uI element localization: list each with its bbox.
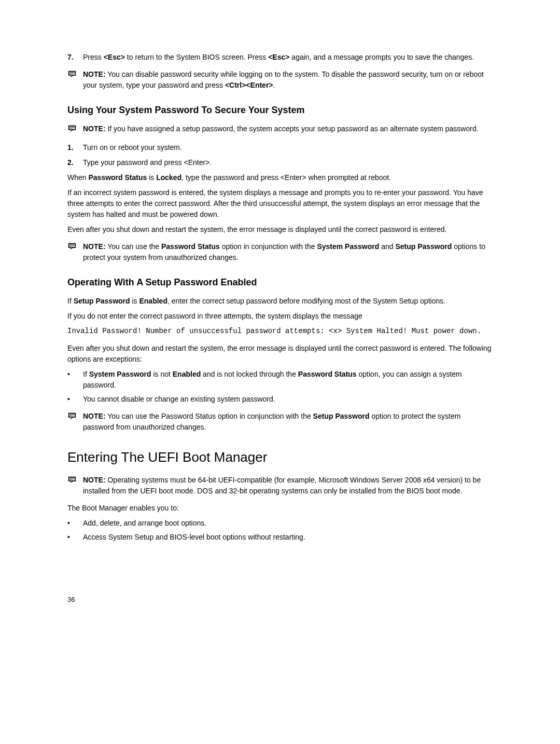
code-invalid-password: Invalid Password! Number of unsuccessful… bbox=[67, 326, 493, 337]
para-error-persists: Even after you shut down and restart the… bbox=[67, 224, 493, 235]
note-uefi-compatible: NOTE: Operating systems must be 64-bit U… bbox=[67, 475, 493, 497]
page-number: 36 bbox=[67, 595, 493, 605]
bullet-content: If System Password is not Enabled and is… bbox=[83, 369, 493, 391]
step-1: 1. Turn on or reboot your system. bbox=[67, 142, 493, 153]
para-boot-manager: The Boot Manager enables you to: bbox=[67, 503, 493, 514]
bullet-char: • bbox=[67, 369, 83, 391]
bullet-char: • bbox=[67, 394, 83, 405]
note-disable-password: NOTE: You can disable password security … bbox=[67, 69, 493, 91]
bullet-content: Add, delete, and arrange boot options. bbox=[83, 518, 206, 529]
bullet-content: You cannot disable or change an existing… bbox=[83, 394, 275, 405]
bullet-add-delete: • Add, delete, and arrange boot options. bbox=[67, 518, 493, 529]
note-text: NOTE: You can use the Password Status op… bbox=[83, 411, 493, 433]
bullet-system-password-enabled: • If System Password is not Enabled and … bbox=[67, 369, 493, 391]
para-password-locked: When Password Status is Locked, type the… bbox=[67, 172, 493, 183]
note-text: NOTE: You can use the Password Status op… bbox=[83, 241, 493, 263]
note-icon bbox=[67, 411, 83, 423]
step-number: 1. bbox=[67, 142, 83, 153]
bullet-char: • bbox=[67, 532, 83, 543]
step-content: Turn on or reboot your system. bbox=[83, 142, 493, 153]
bullet-content: Access System Setup and BIOS-level boot … bbox=[83, 532, 305, 543]
note-password-status-option: NOTE: You can use the Password Status op… bbox=[67, 241, 493, 263]
para-exceptions: Even after you shut down and restart the… bbox=[67, 343, 493, 365]
step-7: 7. Press <Esc> to return to the System B… bbox=[67, 52, 493, 63]
step-content: Type your password and press <Enter>. bbox=[83, 157, 493, 168]
para-three-attempts: If you do not enter the correct password… bbox=[67, 311, 493, 322]
para-setup-enabled: If Setup Password is Enabled, enter the … bbox=[67, 296, 493, 307]
note-icon bbox=[67, 475, 83, 487]
para-incorrect-password: If an incorrect system password is enter… bbox=[67, 187, 493, 220]
note-text: NOTE: You can disable password security … bbox=[83, 69, 493, 91]
step-number: 7. bbox=[67, 52, 83, 63]
step-2: 2. Type your password and press <Enter>. bbox=[67, 157, 493, 168]
heading-operating-setup-password: Operating With A Setup Password Enabled bbox=[67, 275, 493, 290]
bullet-char: • bbox=[67, 518, 83, 529]
heading-using-password: Using Your System Password To Secure You… bbox=[67, 103, 493, 117]
note-text: NOTE: Operating systems must be 64-bit U… bbox=[83, 475, 493, 497]
heading-uefi-boot-manager: Entering The UEFI Boot Manager bbox=[67, 447, 493, 467]
note-icon bbox=[67, 241, 83, 254]
bullet-access-setup: • Access System Setup and BIOS-level boo… bbox=[67, 532, 493, 543]
note-icon bbox=[67, 123, 83, 136]
note-icon bbox=[67, 69, 83, 81]
note-text: NOTE: If you have assigned a setup passw… bbox=[83, 123, 493, 134]
step-number: 2. bbox=[67, 157, 83, 168]
step-content: Press <Esc> to return to the System BIOS… bbox=[83, 52, 493, 63]
note-protect-system-password: NOTE: You can use the Password Status op… bbox=[67, 411, 493, 433]
bullet-cannot-disable: • You cannot disable or change an existi… bbox=[67, 394, 493, 405]
note-setup-password-alternate: NOTE: If you have assigned a setup passw… bbox=[67, 123, 493, 136]
